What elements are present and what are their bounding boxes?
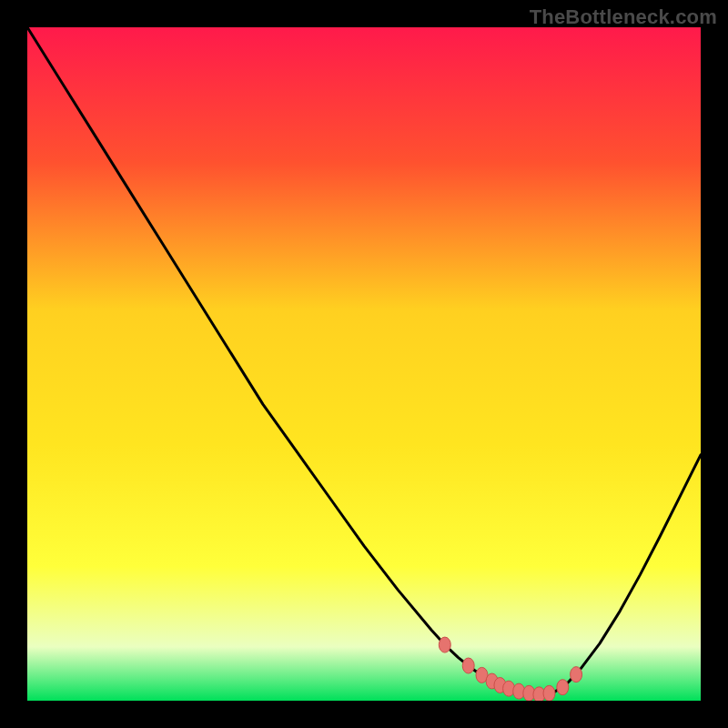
- marker-dot: [462, 658, 474, 673]
- plot-svg: [27, 27, 701, 701]
- marker-dot: [543, 685, 555, 701]
- marker-dot: [557, 680, 569, 695]
- marker-dot: [439, 637, 450, 652]
- watermark-text: TheBottleneck.com: [530, 5, 717, 29]
- plot-area: [27, 27, 701, 701]
- marker-dot: [571, 667, 582, 682]
- gradient-background: [27, 27, 701, 701]
- chart-frame: TheBottleneck.com: [0, 0, 728, 728]
